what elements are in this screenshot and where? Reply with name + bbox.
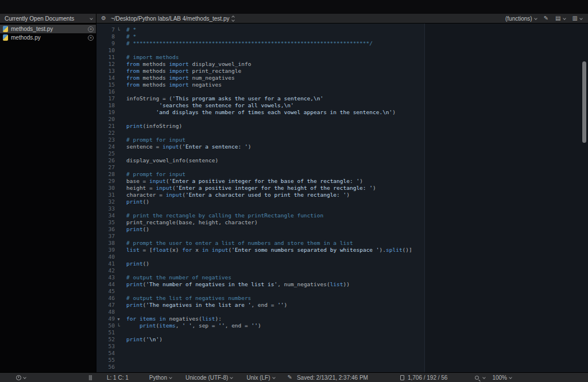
code-line[interactable]: 21print(infoString)	[96, 123, 588, 130]
code-line[interactable]: 7└# *	[96, 26, 588, 33]
chevron-down-icon	[169, 376, 172, 379]
code-line[interactable]: 40	[96, 254, 588, 260]
line-number: 51	[96, 329, 115, 336]
line-number: 42	[96, 267, 115, 274]
history-menu[interactable]	[16, 375, 26, 380]
code-line[interactable]: 45	[96, 288, 588, 295]
code-line[interactable]: 49▾for items in negatives(list):	[96, 315, 588, 322]
gear-icon[interactable]: ⚙	[101, 15, 106, 21]
zoom-dropdown[interactable]: 100%	[492, 375, 512, 381]
code-line[interactable]: 13from methods import print_rectangle	[96, 68, 588, 75]
chevron-down-icon	[563, 17, 566, 20]
code-line[interactable]: 9# *************************************…	[96, 40, 588, 47]
line-number: 23	[96, 137, 115, 143]
code-text: # *	[126, 33, 136, 40]
line-number: 9	[96, 40, 115, 47]
code-line[interactable]: 34# print the rectangle by calling the p…	[96, 212, 588, 219]
code-line[interactable]: 38# prompt the user to enter a list of n…	[96, 240, 588, 247]
code-line[interactable]: 16	[96, 88, 588, 95]
code-line[interactable]: 37	[96, 233, 588, 240]
code-line[interactable]: 12from methods import display_vowel_info	[96, 61, 588, 68]
code-line[interactable]: 54	[96, 350, 588, 357]
vertical-scrollbar[interactable]	[582, 61, 586, 143]
code-line[interactable]: 26display_vowel_info(sentence)	[96, 157, 588, 164]
code-line[interactable]: 50└ print(items, ' ', sep = '', end = ''…	[96, 322, 588, 329]
code-line[interactable]: 39list = [float(x) for x in input('Enter…	[96, 247, 588, 254]
code-line[interactable]: 19 'and displays the number of times eac…	[96, 109, 588, 116]
code-line[interactable]: 25	[96, 150, 588, 157]
sidebar-document-item[interactable]: methods_test.py×	[0, 25, 96, 33]
edit-pencil-icon[interactable]: ✎	[544, 15, 548, 21]
code-line[interactable]: 8# *	[96, 33, 588, 40]
code-line[interactable]: 10	[96, 47, 588, 54]
open-documents-dropdown[interactable]: Currently Open Documents	[0, 14, 96, 23]
display-menu[interactable]: ▥	[572, 15, 582, 21]
code-line[interactable]: 32print()	[96, 198, 588, 205]
code-text: # output the number of negatives	[126, 274, 231, 280]
line-ending-dropdown[interactable]: Unix (LF)	[246, 375, 274, 381]
encoding-dropdown[interactable]: Unicode (UTF-8)	[185, 375, 233, 381]
char-word-line-counts: 1,706 / 192 / 56	[408, 375, 448, 381]
code-line[interactable]: 22	[96, 130, 588, 137]
code-line[interactable]: 42	[96, 267, 588, 274]
file-path-dropdown[interactable]: ~/Desktop/Python labs/LAB 4/methods_test…	[111, 15, 235, 22]
code-line[interactable]: 41print()	[96, 260, 588, 267]
line-number: 15	[96, 81, 115, 88]
code-text: # print the rectangle by calling the pri…	[126, 212, 323, 219]
functions-label: (functions)	[505, 15, 532, 22]
line-number: 24	[96, 143, 115, 150]
text-zoom-control[interactable]	[475, 376, 485, 380]
counter-icon: ▤	[555, 15, 560, 21]
line-number: 41	[96, 260, 115, 267]
code-text: # *	[126, 26, 136, 33]
line-number: 31	[96, 192, 115, 198]
code-line[interactable]: 27	[96, 164, 588, 171]
sidebar-document-item[interactable]: methods.py×	[0, 33, 96, 42]
line-number: 35	[96, 219, 115, 226]
code-line[interactable]: 11# import methods	[96, 54, 588, 61]
code-line[interactable]: 20	[96, 116, 588, 123]
code-line[interactable]: 35print_rectangle(base, height, characte…	[96, 219, 588, 226]
line-number: 40	[96, 254, 115, 260]
code-line[interactable]: 18 'searches the sentence for all vowels…	[96, 102, 588, 109]
close-document-icon[interactable]: ×	[88, 35, 94, 41]
chevron-down-icon	[230, 376, 234, 379]
close-document-icon[interactable]: ×	[88, 26, 94, 32]
line-number: 7	[96, 26, 115, 33]
clock-icon	[16, 375, 21, 380]
writable-pencil-icon[interactable]: ✎	[288, 375, 292, 380]
functions-dropdown[interactable]: (functions)	[505, 15, 537, 22]
line-number: 55	[96, 357, 115, 364]
code-line[interactable]: 44print('The number of negatives in the …	[96, 281, 588, 288]
code-line[interactable]: 15from methods import negatives	[96, 81, 588, 88]
code-line[interactable]: 43# output the number of negatives	[96, 274, 588, 281]
code-text: sentence = input('Enter a sentence: ')	[126, 143, 251, 150]
code-line[interactable]: 53	[96, 343, 588, 350]
code-line[interactable]: 24sentence = input('Enter a sentence: ')	[96, 143, 588, 150]
code-line[interactable]: 52print('\n')	[96, 336, 588, 343]
code-line[interactable]: 55	[96, 357, 588, 364]
code-line[interactable]: 31character = input('Enter a character u…	[96, 192, 588, 198]
code-line[interactable]: 48	[96, 309, 588, 315]
code-line[interactable]: 56	[96, 364, 588, 371]
code-editor[interactable]: 7└# *8# *9# ****************************…	[96, 24, 588, 372]
code-line[interactable]: 23# prompt for input	[96, 137, 588, 143]
code-line[interactable]: 14from methods import num_negatives	[96, 75, 588, 81]
code-line[interactable]: 47print('The negatives in the list are '…	[96, 302, 588, 309]
code-line[interactable]: 36print()	[96, 226, 588, 233]
document-name: methods.py	[11, 34, 85, 41]
code-line[interactable]: 33	[96, 205, 588, 212]
code-line[interactable]: 30height = input('Enter a positive integ…	[96, 185, 588, 192]
code-line[interactable]: 46# output the list of negatives numbers	[96, 295, 588, 302]
code-line[interactable]: 17infoString = ('This program asks the u…	[96, 95, 588, 102]
document-list: methods_test.py×methods.py×	[0, 25, 96, 42]
code-line[interactable]: 28# prompt for input	[96, 171, 588, 178]
code-text: from methods import negatives	[126, 81, 222, 88]
code-line[interactable]: 29base = input('Enter a positive integer…	[96, 178, 588, 185]
counter-menu[interactable]: ▤	[555, 15, 565, 21]
line-number: 43	[96, 274, 115, 281]
language-dropdown[interactable]: Python	[149, 375, 172, 381]
code-line[interactable]: 51	[96, 329, 588, 336]
save-status: Saved: 2/13/21, 2:37:46 PM	[297, 375, 368, 381]
sidebar-grip-icon[interactable]	[90, 375, 91, 380]
